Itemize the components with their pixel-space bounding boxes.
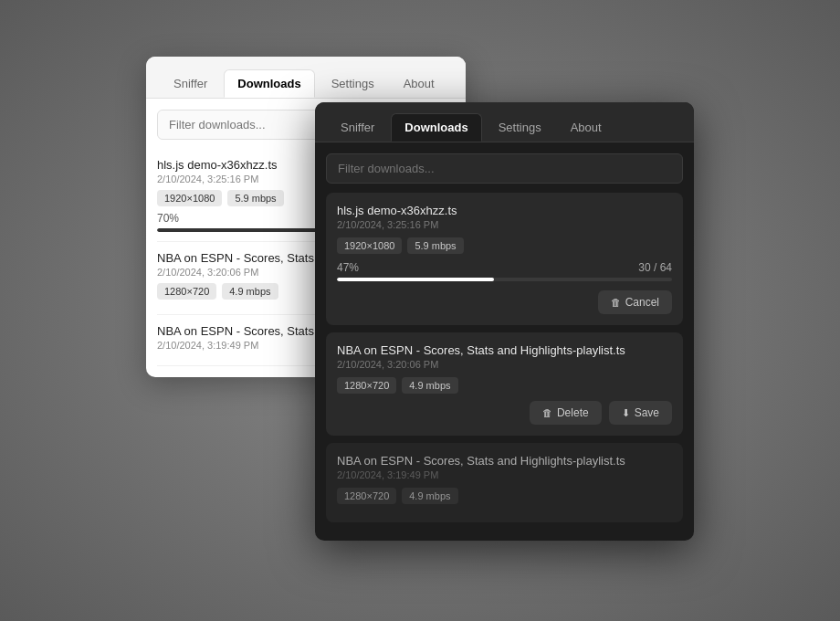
progress-row: 47% 30 / 64 — [337, 261, 672, 274]
badges: 1280×720 4.9 mbps — [337, 488, 672, 504]
list-item: NBA on ESPN - Scores, Stats and Highligh… — [326, 332, 683, 436]
dark-tab-downloads[interactable]: Downloads — [391, 113, 481, 142]
bitrate-badge: 4.9 mbps — [402, 377, 457, 394]
list-item: hls.js demo-x36xhzz.ts 2/10/2024, 3:25:1… — [326, 193, 683, 325]
dark-tab-about[interactable]: About — [558, 114, 614, 141]
light-tab-sniffer[interactable]: Sniffer — [161, 70, 220, 97]
resolution-badge: 1280×720 — [337, 377, 396, 394]
delete-label: Delete — [557, 406, 589, 419]
light-tab-settings[interactable]: Settings — [319, 70, 387, 97]
bitrate-badge: 5.9 mbps — [227, 190, 283, 206]
light-tab-bar: Sniffer Downloads Settings About — [146, 57, 466, 99]
item-date: 2/10/2024, 3:25:16 PM — [337, 219, 672, 230]
bitrate-badge: 4.9 mbps — [222, 283, 278, 300]
light-tab-downloads[interactable]: Downloads — [224, 69, 314, 98]
resolution-badge: 1920×1080 — [157, 190, 222, 206]
item-title: hls.js demo-x36xhzz.ts — [337, 204, 672, 217]
bitrate-badge: 4.9 mbps — [402, 488, 457, 504]
save-label: Save — [635, 406, 659, 419]
dark-panel: Sniffer Downloads Settings About hls.js … — [315, 102, 694, 541]
progress-bar-bg — [337, 278, 672, 281]
light-tab-about[interactable]: About — [391, 70, 447, 97]
badges: 1280×720 4.9 mbps — [337, 377, 672, 394]
progress-count: 30 / 64 — [638, 261, 672, 274]
trash-icon — [542, 406, 552, 419]
dark-tab-bar: Sniffer Downloads Settings About — [315, 102, 694, 142]
item-date: 2/10/2024, 3:19:49 PM — [337, 469, 672, 480]
dark-tab-settings[interactable]: Settings — [486, 114, 554, 141]
cancel-label: Cancel — [625, 296, 659, 309]
resolution-badge: 1920×1080 — [337, 237, 402, 254]
item-title: NBA on ESPN - Scores, Stats and Highligh… — [337, 454, 672, 468]
trash-icon — [611, 296, 621, 309]
item-title: NBA on ESPN - Scores, Stats and Highligh… — [337, 343, 672, 357]
list-item: NBA on ESPN - Scores, Stats and Highligh… — [326, 443, 683, 522]
resolution-badge: 1280×720 — [157, 283, 216, 300]
delete-button[interactable]: Delete — [530, 401, 602, 425]
item-date: 2/10/2024, 3:20:06 PM — [337, 359, 672, 370]
item-actions: Delete Save — [337, 401, 672, 425]
resolution-badge: 1280×720 — [337, 488, 396, 504]
progress-bar-fill — [337, 278, 494, 281]
item-actions: Cancel — [337, 290, 672, 314]
dark-filter-input[interactable] — [326, 153, 683, 184]
cancel-button[interactable]: Cancel — [598, 290, 672, 314]
progress-percent: 47% — [337, 261, 359, 274]
download-icon — [622, 406, 630, 419]
badges: 1920×1080 5.9 mbps — [337, 237, 672, 254]
bitrate-badge: 5.9 mbps — [407, 237, 463, 254]
dark-tab-sniffer[interactable]: Sniffer — [328, 114, 387, 141]
dark-content: hls.js demo-x36xhzz.ts 2/10/2024, 3:25:1… — [315, 142, 694, 541]
save-button[interactable]: Save — [609, 401, 672, 425]
